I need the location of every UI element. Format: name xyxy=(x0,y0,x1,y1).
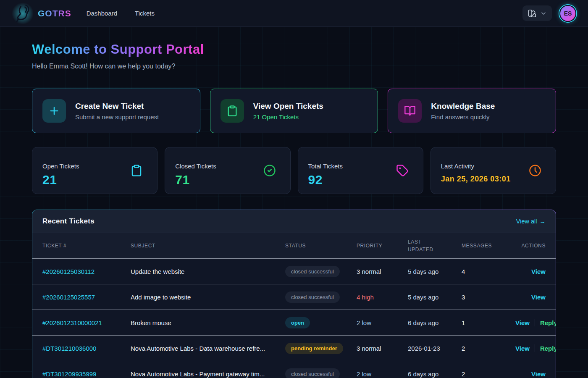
ticket-last-updated: 2026-01-23 xyxy=(408,345,462,352)
table-row: #20260125030112 Update the website close… xyxy=(32,258,556,284)
table-row: #2026012310000021 Broken mouse open 2 lo… xyxy=(32,310,556,335)
navbar: GOTRS Dashboard Tickets ES xyxy=(0,0,588,27)
main-nav: Dashboard Tickets xyxy=(87,10,155,17)
status-badge: open xyxy=(285,317,310,328)
ticket-messages-count: 3 xyxy=(462,294,515,301)
avatar[interactable]: ES xyxy=(559,5,576,22)
clipboard-icon xyxy=(130,164,143,177)
panel-header: Recent Tickets View all → xyxy=(32,210,556,233)
view-link[interactable]: View xyxy=(531,268,546,275)
ticket-messages-count: 1 xyxy=(462,319,515,326)
view-link[interactable]: View xyxy=(531,294,546,301)
ticket-actions: ViewReply xyxy=(515,319,556,326)
main-content: Welcome to Support Portal Hello Emma Sco… xyxy=(0,42,588,378)
stat-last-activity: Last Activity Jan 25, 2026 03:01 xyxy=(430,147,556,194)
ticket-priority: 2 low xyxy=(357,370,408,378)
table-row: #DT301210036000 Nova Automotive Labs - D… xyxy=(32,335,556,361)
status-badge: pending reminder xyxy=(285,343,343,354)
ticket-number-link[interactable]: #20260125030112 xyxy=(42,268,131,275)
ticket-priority: 4 high xyxy=(357,294,408,301)
ticket-subject: Add image to website xyxy=(131,294,285,301)
knowledge-base-card[interactable]: Knowledge Base Find answers quickly xyxy=(388,89,556,133)
action-divider xyxy=(535,344,535,352)
ticket-actions: View xyxy=(531,268,546,275)
col-messages: MESSAGES xyxy=(462,243,515,249)
col-priority: PRIORITY xyxy=(357,243,408,249)
card-subtitle: Find answers quickly xyxy=(431,113,495,121)
ticket-number-link[interactable]: #20260125025557 xyxy=(42,294,131,301)
ticket-last-updated: 6 days ago xyxy=(408,370,462,378)
book-open-icon xyxy=(398,99,422,123)
card-subtitle: 21 Open Tickets xyxy=(253,113,323,121)
view-open-tickets-card[interactable]: View Open Tickets 21 Open Tickets xyxy=(210,89,378,133)
nav-item-dashboard[interactable]: Dashboard xyxy=(87,10,117,17)
ticket-subject: Nova Automotive Labs - Payment gateway t… xyxy=(131,370,285,378)
ticket-subject: Nova Automotive Labs - Data warehouse re… xyxy=(131,345,285,352)
check-circle-icon xyxy=(263,164,276,177)
stat-open-tickets: Open Tickets 21 xyxy=(32,147,158,194)
table-body: #20260125030112 Update the website close… xyxy=(32,258,556,378)
ticket-subject: Update the website xyxy=(131,268,285,275)
create-ticket-card[interactable]: Create New Ticket Submit a new support r… xyxy=(32,89,200,133)
quick-actions: Create New Ticket Submit a new support r… xyxy=(32,89,556,133)
ticket-number-link[interactable]: #2026012310000021 xyxy=(42,319,131,326)
nav-right: ES xyxy=(522,5,576,22)
table-header: TICKET # SUBJECT STATUS PRIORITY LAST UP… xyxy=(32,233,556,258)
view-all-link[interactable]: View all → xyxy=(516,218,546,225)
stats-row: Open Tickets 21 Closed Tickets 71 Total … xyxy=(32,147,556,194)
card-title: View Open Tickets xyxy=(253,102,323,111)
tag-icon xyxy=(396,164,409,177)
ticket-priority: 2 low xyxy=(357,319,408,326)
reply-link[interactable]: Reply xyxy=(540,345,556,352)
status-badge: closed successful xyxy=(285,291,340,303)
col-ticket: TICKET # xyxy=(42,243,131,249)
col-last-updated: LAST UPDATED xyxy=(408,238,438,253)
col-subject: SUBJECT xyxy=(131,243,285,249)
clock-icon xyxy=(529,164,541,177)
swatchbook-icon xyxy=(528,9,537,18)
plus-icon xyxy=(42,99,66,123)
ticket-messages-count: 2 xyxy=(462,345,515,352)
stat-total-tickets: Total Tickets 92 xyxy=(298,147,423,194)
theme-switcher-button[interactable] xyxy=(522,5,552,21)
stat-closed-tickets: Closed Tickets 71 xyxy=(165,147,290,194)
ticket-priority: 3 normal xyxy=(357,345,408,352)
ticket-actions: View xyxy=(531,370,546,378)
card-title: Create New Ticket xyxy=(75,102,159,111)
status-badge: closed successful xyxy=(285,266,340,277)
card-subtitle: Submit a new support request xyxy=(75,113,159,121)
ticket-last-updated: 5 days ago xyxy=(408,268,462,275)
card-title: Knowledge Base xyxy=(431,102,495,111)
page-title: Welcome to Support Portal xyxy=(32,42,204,57)
chevron-down-icon xyxy=(540,10,547,17)
nav-item-tickets[interactable]: Tickets xyxy=(135,10,155,17)
col-status: STATUS xyxy=(285,243,357,249)
view-link[interactable]: View xyxy=(515,319,530,326)
ticket-last-updated: 5 days ago xyxy=(408,294,462,301)
ticket-actions: View xyxy=(531,294,546,301)
ticket-subject: Broken mouse xyxy=(131,319,285,326)
recent-tickets-panel: Recent Tickets View all → TICKET # SUBJE… xyxy=(32,210,556,378)
table-row: #20260125025557 Add image to website clo… xyxy=(32,284,556,310)
brand-logo[interactable]: GOTRS xyxy=(12,3,71,24)
view-link[interactable]: View xyxy=(531,370,546,378)
welcome-subtitle: Hello Emma Scott! How can we help you to… xyxy=(32,63,556,70)
goat-logo-icon xyxy=(12,3,34,24)
brand-name: GOTRS xyxy=(38,8,71,18)
ticket-messages-count: 2 xyxy=(462,370,515,378)
action-divider xyxy=(535,319,535,326)
ticket-priority: 3 normal xyxy=(357,268,408,275)
ticket-number-link[interactable]: #DT301210036000 xyxy=(42,345,131,352)
arrow-right-icon: → xyxy=(540,218,546,225)
ticket-last-updated: 6 days ago xyxy=(408,319,462,326)
reply-link[interactable]: Reply xyxy=(540,319,556,326)
panel-title: Recent Tickets xyxy=(42,217,94,226)
status-badge: closed successful xyxy=(285,368,340,378)
ticket-number-link[interactable]: #DT301209935999 xyxy=(42,370,131,378)
clipboard-icon xyxy=(220,99,244,123)
ticket-messages-count: 4 xyxy=(462,268,515,275)
table-row: #DT301209935999 Nova Automotive Labs - P… xyxy=(32,361,556,378)
ticket-actions: ViewReply xyxy=(515,344,556,352)
col-actions: ACTIONS xyxy=(521,243,546,249)
view-link[interactable]: View xyxy=(515,345,530,352)
